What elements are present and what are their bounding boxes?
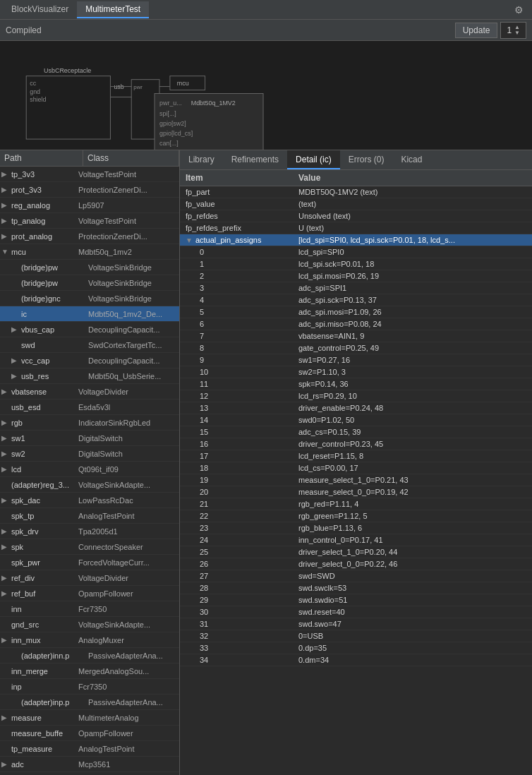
tab-library[interactable]: Library bbox=[180, 150, 223, 169]
table-row[interactable]: 14swd0=P1.02, 50 bbox=[180, 414, 532, 426]
update-button[interactable]: Update bbox=[455, 23, 498, 38]
tree-row[interactable]: inn_merge MergedAnalogSou... bbox=[0, 663, 179, 679]
tree-row[interactable]: ▶ reg_analog Lp5907 bbox=[0, 198, 179, 213]
tree-row[interactable]: tp_vref VoltageTestPoint bbox=[0, 772, 179, 775]
tree-row[interactable]: inn Fcr7350 bbox=[0, 601, 179, 617]
table-row[interactable]: 20measure_select_0_0=P0.19, 42 bbox=[180, 486, 532, 498]
tree-row[interactable]: ▶ sw1 DigitalSwitch bbox=[0, 431, 179, 446]
table-row[interactable]: 6adc_spi.miso=P0.08, 24 bbox=[180, 318, 532, 330]
table-row[interactable]: 26driver_select_0_0=P0.22, 46 bbox=[180, 558, 532, 570]
tab-blockvisualizer[interactable]: BlockVisualizer bbox=[3, 1, 77, 18]
table-row[interactable]: 3adc_spi=SPI1 bbox=[180, 282, 532, 294]
table-row[interactable]: 2lcd_spi.mosi=P0.26, 19 bbox=[180, 270, 532, 282]
table-row[interactable]: 15adc_cs=P0.15, 39 bbox=[180, 426, 532, 438]
tree-row[interactable]: ▶ lcd Qt096t_if09 bbox=[0, 462, 179, 477]
table-row[interactable]: 23rgb_blue=P1.13, 6 bbox=[180, 522, 532, 534]
table-row[interactable]: 21rgb_red=P1.11, 4 bbox=[180, 498, 532, 510]
table-row[interactable]: 28swd.swclk=53 bbox=[180, 582, 532, 594]
tree-row[interactable]: gnd_src VoltageSinkAdapte... bbox=[0, 617, 179, 632]
tree-row[interactable]: spk_pwr ForcedVoltageCurr... bbox=[0, 555, 179, 570]
table-row[interactable]: 1lcd_spi.sck=P0.01, 18 bbox=[180, 258, 532, 270]
counter-arrows[interactable]: ▲▼ bbox=[514, 25, 520, 36]
tree-row[interactable]: ▶ ref_div VoltageDivider bbox=[0, 570, 179, 586]
tree-expand-icon: ▶ bbox=[11, 325, 21, 333]
table-row[interactable]: 18lcd_cs=P0.00, 17 bbox=[180, 462, 532, 474]
detail-table: Item Value fp_partMDBT50Q-1MV2 (text)fp_… bbox=[180, 170, 532, 666]
tree-row[interactable]: ▶ vbus_cap DecouplingCapacit... bbox=[0, 322, 179, 337]
table-row[interactable]: 19measure_select_1_0=P0.21, 43 bbox=[180, 474, 532, 486]
tree-row[interactable]: ▶ prot_3v3 ProtectionZenerDi... bbox=[0, 182, 179, 198]
tab-kicad[interactable]: Kicad bbox=[392, 150, 430, 169]
gear-icon[interactable]: ⚙ bbox=[509, 4, 529, 16]
tree-row[interactable]: (bridge)gnc VoltageSinkBridge bbox=[0, 291, 179, 306]
tree-row[interactable]: ▶ measure MultimeterAnalog bbox=[0, 710, 179, 726]
table-row[interactable]: 340.dm=34 bbox=[180, 654, 532, 666]
tree-row[interactable]: ▶ vbatsense VoltageDivider bbox=[0, 384, 179, 399]
table-row[interactable]: 17lcd_reset=P1.15, 8 bbox=[180, 450, 532, 462]
table-row[interactable]: 16driver_control=P0.23, 45 bbox=[180, 438, 532, 450]
col-header-class[interactable]: Class bbox=[83, 150, 179, 166]
table-row[interactable]: 11spk=P0.14, 36 bbox=[180, 378, 532, 390]
table-cell-item: fp_refdes bbox=[180, 210, 293, 222]
table-row[interactable]: fp_value(text) bbox=[180, 198, 532, 210]
tree-row[interactable]: ic Mdbt50q_1mv2_De... bbox=[0, 306, 179, 322]
svg-text:gpio[lcd_cs]: gpio[lcd_cs] bbox=[159, 130, 193, 137]
table-row[interactable]: 13driver_enable=P0.24, 48 bbox=[180, 402, 532, 414]
tree-row[interactable]: inp Fcr7350 bbox=[0, 679, 179, 695]
table-row[interactable]: 12lcd_rs=P0.29, 10 bbox=[180, 390, 532, 402]
tree-row[interactable]: ▶ rgb IndicatorSinkRgbLed bbox=[0, 415, 179, 431]
tree-row[interactable]: ▶ tp_3v3 VoltageTestPoint bbox=[0, 167, 179, 182]
table-row[interactable]: 10sw2=P1.10, 3 bbox=[180, 366, 532, 378]
tree-row[interactable]: ▶ spk ConnectorSpeaker bbox=[0, 539, 179, 555]
table-row[interactable]: fp_partMDBT50Q-1MV2 (text) bbox=[180, 186, 532, 198]
tab-refinements[interactable]: Refinements bbox=[223, 150, 287, 169]
table-row[interactable]: fp_refdesUnsolved (text) bbox=[180, 210, 532, 222]
table-cell-value: 0.dm=34 bbox=[293, 654, 532, 666]
tab-errors[interactable]: Errors (0) bbox=[340, 150, 393, 169]
table-row[interactable]: 31swd.swo=47 bbox=[180, 618, 532, 630]
table-row[interactable]: 7vbatsense=AIN1, 9 bbox=[180, 330, 532, 342]
tree-row[interactable]: measure_buffe OpampFollower bbox=[0, 726, 179, 741]
table-row[interactable]: fp_refdes_prefixU (text) bbox=[180, 222, 532, 234]
tree-row[interactable]: spk_tp AnalogTestPoint bbox=[0, 508, 179, 524]
tree-row[interactable]: ▼ mcu Mdbt50q_1mv2 bbox=[0, 244, 179, 260]
table-row[interactable]: ▼actual_pin_assigns[lcd_spi=SPI0, lcd_sp… bbox=[180, 234, 532, 246]
table-row[interactable]: 330.dp=35 bbox=[180, 642, 532, 654]
tree-row[interactable]: tp_measure AnalogTestPoint bbox=[0, 741, 179, 757]
tree-row[interactable]: ▶ spk_dac LowPassRcDac bbox=[0, 493, 179, 508]
table-row[interactable]: 25driver_select_1_0=P0.20, 44 bbox=[180, 546, 532, 558]
tree-row[interactable]: (bridge)pw VoltageSinkBridge bbox=[0, 275, 179, 291]
table-row[interactable]: 30swd.reset=40 bbox=[180, 606, 532, 618]
tree-row[interactable]: swd SwdCortexTargetTc... bbox=[0, 337, 179, 353]
table-row[interactable]: 4adc_spi.sck=P0.13, 37 bbox=[180, 294, 532, 306]
tree-row[interactable]: ▶ tp_analog VoltageTestPoint bbox=[0, 213, 179, 229]
tree-row[interactable]: ▶ usb_res Mdbt50q_UsbSerie... bbox=[0, 368, 179, 384]
table-row[interactable]: 0lcd_spi=SPI0 bbox=[180, 246, 532, 258]
tree-row[interactable]: ▶ vcc_cap DecouplingCapacit... bbox=[0, 353, 179, 368]
table-row[interactable]: 8gate_control=P0.25, 49 bbox=[180, 342, 532, 354]
tree-row[interactable]: usb_esd Esda5v3l bbox=[0, 399, 179, 415]
tree-row[interactable]: ▶ prot_analog ProtectionZenerDi... bbox=[0, 229, 179, 244]
tree-row[interactable]: (adapter)reg_3... VoltageSinkAdapte... bbox=[0, 477, 179, 493]
table-row[interactable]: 29swd.swdio=51 bbox=[180, 594, 532, 606]
table-row[interactable]: 22rgb_green=P1.12, 5 bbox=[180, 510, 532, 522]
tree-row[interactable]: (adapter)inp.p PassiveAdapterAna... bbox=[0, 695, 179, 710]
compiled-label: Compiled bbox=[6, 25, 42, 35]
tree-row[interactable]: ▶ ref_buf OpampFollower bbox=[0, 586, 179, 601]
col-header-path[interactable]: Path bbox=[0, 150, 83, 166]
tree-row[interactable]: (adapter)inn.p PassiveAdapterAna... bbox=[0, 648, 179, 663]
table-row[interactable]: 5adc_spi.mosi=P1.09, 26 bbox=[180, 306, 532, 318]
table-row[interactable]: 320=USB bbox=[180, 630, 532, 642]
tab-multimetertest[interactable]: MultimeterTest bbox=[77, 1, 149, 18]
tree-row[interactable]: ▶ spk_drv Tpa2005d1 bbox=[0, 524, 179, 539]
tree-row[interactable]: (bridge)pw VoltageSinkBridge bbox=[0, 260, 179, 275]
table-row[interactable]: 9sw1=P0.27, 16 bbox=[180, 354, 532, 366]
table-row[interactable]: 27swd=SWD bbox=[180, 570, 532, 582]
tab-detail-ic[interactable]: Detail (ic) bbox=[287, 150, 340, 169]
tree-class-label: Lp5907 bbox=[78, 201, 178, 210]
table-row[interactable]: 24inn_control_0=P0.17, 41 bbox=[180, 534, 532, 546]
tree-row[interactable]: ▶ adc Mcp3561 bbox=[0, 757, 179, 772]
tree-row[interactable]: ▶ sw2 DigitalSwitch bbox=[0, 446, 179, 462]
tree-expand-icon: ▶ bbox=[1, 589, 11, 597]
tree-row[interactable]: ▶ inn_mux AnalogMuxer bbox=[0, 632, 179, 648]
